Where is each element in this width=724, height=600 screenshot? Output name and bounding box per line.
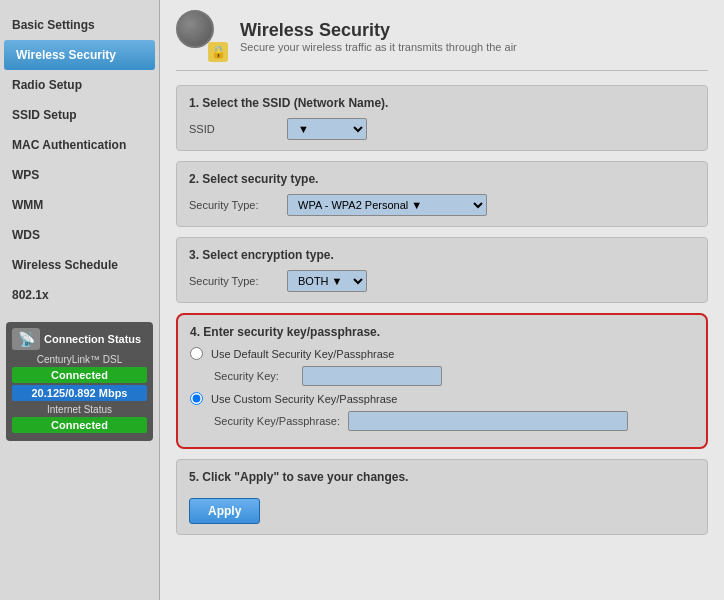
connection-status-panel: 📡 Connection Status CenturyLink™ DSL Con…: [6, 322, 153, 441]
lock-icon: 🔒: [208, 42, 228, 62]
security-key-section: 4. Enter security key/passphrase. Use De…: [176, 313, 708, 449]
apply-section-title: 5. Click "Apply" to save your changes.: [189, 470, 695, 484]
default-key-field-label: Security Key:: [214, 370, 294, 382]
apply-button[interactable]: Apply: [189, 498, 260, 524]
security-type-label: Security Type:: [189, 199, 279, 211]
encryption-type-field-row: Security Type: BOTH ▼: [189, 270, 695, 292]
encryption-type-section: 3. Select encryption type. Security Type…: [176, 237, 708, 303]
sidebar-item-wmm[interactable]: WMM: [0, 190, 159, 220]
page-header-text: Wireless Security Secure your wireless t…: [240, 20, 517, 53]
sidebar-item-ssid-setup[interactable]: SSID Setup: [0, 100, 159, 130]
sidebar-item-basic-settings[interactable]: Basic Settings: [0, 10, 159, 40]
sidebar: Basic Settings Wireless Security Radio S…: [0, 0, 160, 600]
default-key-radio[interactable]: [190, 347, 203, 360]
internet-connected-badge: Connected: [12, 417, 147, 433]
security-type-section: 2. Select security type. Security Type: …: [176, 161, 708, 227]
ssid-dropdown[interactable]: ▼: [287, 118, 367, 140]
custom-key-field-label: Security Key/Passphrase:: [214, 415, 340, 427]
ssid-field-row: SSID ▼: [189, 118, 695, 140]
speed-badge: 20.125/0.892 Mbps: [12, 385, 147, 401]
internet-status-label: Internet Status: [12, 404, 147, 415]
security-type-field-row: Security Type: WPA - WPA2 Personal ▼: [189, 194, 695, 216]
connected-badge: Connected: [12, 367, 147, 383]
security-type-dropdown[interactable]: WPA - WPA2 Personal ▼: [287, 194, 487, 216]
encryption-type-dropdown[interactable]: BOTH ▼: [287, 270, 367, 292]
encryption-type-title: 3. Select encryption type.: [189, 248, 695, 262]
apply-section: 5. Click "Apply" to save your changes. A…: [176, 459, 708, 535]
ssid-section-title: 1. Select the SSID (Network Name).: [189, 96, 695, 110]
default-key-input[interactable]: [302, 366, 442, 386]
page-header-icon: 🔒: [176, 10, 228, 62]
sidebar-item-wps[interactable]: WPS: [0, 160, 159, 190]
sidebar-item-wireless-security[interactable]: Wireless Security: [4, 40, 155, 70]
sidebar-item-wireless-schedule[interactable]: Wireless Schedule: [0, 250, 159, 280]
ssid-section: 1. Select the SSID (Network Name). SSID …: [176, 85, 708, 151]
sidebar-item-radio-setup[interactable]: Radio Setup: [0, 70, 159, 100]
sidebar-item-mac-authentication[interactable]: MAC Authentication: [0, 130, 159, 160]
default-key-label: Use Default Security Key/Passphrase: [211, 348, 394, 360]
custom-key-radio-row: Use Custom Security Key/Passphrase: [190, 392, 694, 405]
connection-status-icon: 📡: [12, 328, 40, 350]
encryption-type-label: Security Type:: [189, 275, 279, 287]
page-title: Wireless Security: [240, 20, 517, 41]
custom-key-field-row: Security Key/Passphrase:: [214, 411, 694, 431]
sidebar-item-wds[interactable]: WDS: [0, 220, 159, 250]
main-content: 🔒 Wireless Security Secure your wireless…: [160, 0, 724, 600]
sidebar-item-802-1x[interactable]: 802.1x: [0, 280, 159, 310]
page-subtitle: Secure your wireless traffic as it trans…: [240, 41, 517, 53]
custom-key-radio[interactable]: [190, 392, 203, 405]
ssid-label: SSID: [189, 123, 279, 135]
security-key-title: 4. Enter security key/passphrase.: [190, 325, 694, 339]
default-key-field-row: Security Key:: [214, 366, 694, 386]
connection-status-title: Connection Status: [44, 333, 141, 345]
custom-key-input[interactable]: [348, 411, 628, 431]
security-type-title: 2. Select security type.: [189, 172, 695, 186]
default-key-radio-row: Use Default Security Key/Passphrase: [190, 347, 694, 360]
isp-label: CenturyLink™ DSL: [12, 354, 147, 365]
page-header: 🔒 Wireless Security Secure your wireless…: [176, 10, 708, 71]
custom-key-label: Use Custom Security Key/Passphrase: [211, 393, 397, 405]
